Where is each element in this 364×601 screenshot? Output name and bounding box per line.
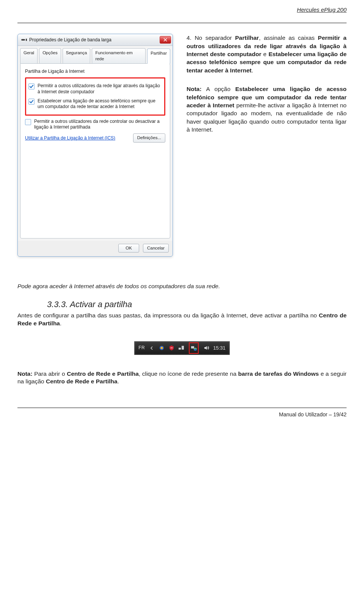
note-1: Nota: A opção Estabelecer uma ligação de…	[187, 85, 347, 133]
mid-paragraph: Pode agora aceder à Internet através de …	[17, 282, 347, 290]
checkbox-dialup[interactable]	[28, 99, 35, 105]
t: e	[261, 51, 268, 57]
tray-lang[interactable]: FR	[138, 345, 145, 351]
t: Nota:	[17, 370, 33, 377]
section-333-body: Antes de configurar a partilha das suas …	[17, 312, 347, 328]
page-footer: Manual do Utilizador – 19/42	[17, 411, 347, 418]
tab-strip: Geral Opções Segurança Funcionamento em …	[18, 46, 173, 63]
doc-header-title: Hercules ePlug 200	[17, 6, 347, 14]
security-icon[interactable]	[168, 345, 174, 351]
step-4-text: 4. No separador Partilhar, assinale as c…	[187, 34, 347, 74]
tray-time[interactable]: 15:31	[213, 345, 226, 351]
svg-rect-2	[179, 348, 181, 350]
section-num: 3.3.3.	[47, 300, 68, 309]
t: Centro de Rede e Partilha	[46, 378, 118, 384]
tab-seguranca[interactable]: Segurança	[63, 48, 91, 63]
note-2: Nota: Para abrir o Centro de Rede e Part…	[17, 370, 347, 386]
option-control-label: Permitir a outros utilizadores da rede c…	[34, 119, 165, 130]
volume-icon[interactable]	[203, 345, 209, 351]
checkbox-allow-others[interactable]	[28, 83, 35, 89]
t: Para abrir o	[33, 370, 67, 377]
cancel-button[interactable]: Cancelar	[143, 244, 169, 253]
header-rule	[17, 23, 347, 23]
system-tray: FR 15:31	[134, 341, 230, 355]
tab-partilhar[interactable]: Partilhar	[147, 49, 170, 64]
t: barra de tarefas do Windows	[238, 370, 319, 377]
t: , assinale as caixas	[259, 35, 318, 41]
t: A opção	[202, 86, 235, 92]
connection-icon	[21, 37, 27, 42]
t: .	[118, 378, 119, 384]
dialog-title: Propriedades de Ligação de banda larga	[29, 37, 157, 43]
svg-rect-4	[191, 346, 194, 348]
highlighted-options: Permitir a outros utilizadores da rede l…	[25, 77, 165, 115]
group-label: Partilha de Ligação à Internet	[25, 68, 165, 74]
footer-rule	[17, 408, 347, 408]
properties-dialog: Propriedades de Ligação de banda larga G…	[17, 34, 173, 257]
option-dialup-label: Estabelecer uma ligação de acesso telefó…	[38, 98, 162, 110]
t: .	[60, 320, 61, 326]
option-dialup: Estabelecer uma ligação de acesso telefó…	[28, 98, 162, 110]
ok-button[interactable]: OK	[118, 244, 139, 253]
dialog-footer: OK Cancelar	[18, 241, 173, 257]
section-333-heading: 3.3.3. Activar a partilha	[47, 299, 347, 310]
t: Antes de configurar a partilha das suas …	[17, 312, 319, 319]
update-icon[interactable]	[158, 345, 165, 351]
tab-opcoes[interactable]: Opções	[39, 48, 61, 63]
tab-body: Partilha de Ligação à Internet Permitir …	[20, 63, 170, 238]
close-button[interactable]	[160, 36, 171, 44]
t: , clique no ícone de rede presente na	[139, 370, 238, 377]
t: Centro de Rede e Partilha	[67, 370, 139, 377]
t: Partilhar	[235, 35, 259, 41]
t: 4. No separador	[187, 35, 235, 41]
svg-rect-3	[182, 346, 184, 350]
t: Nota:	[187, 86, 202, 92]
dialog-titlebar: Propriedades de Ligação de banda larga	[18, 34, 173, 46]
ics-link[interactable]: Utilizar a Partilha de Ligação à Interne…	[25, 135, 115, 141]
network-icon-highlighted[interactable]	[189, 342, 199, 354]
chevron-left-icon[interactable]	[149, 345, 155, 351]
section-title: Activar a partilha	[70, 300, 132, 309]
definitions-button[interactable]: Definições...	[133, 133, 165, 143]
device-icon[interactable]	[178, 345, 184, 351]
close-icon	[163, 38, 167, 42]
svg-rect-1	[160, 347, 163, 349]
option-control: Permitir a outros utilizadores da rede c…	[25, 119, 165, 130]
tab-geral[interactable]: Geral	[20, 48, 38, 63]
checkbox-control[interactable]	[25, 119, 31, 125]
option-allow-others-label: Permitir a outros utilizadores da rede l…	[38, 83, 162, 95]
option-allow-others: Permitir a outros utilizadores da rede l…	[28, 83, 162, 95]
t: .	[251, 67, 253, 74]
tab-funcionamento[interactable]: Funcionamento em rede	[92, 48, 146, 63]
network-icon	[191, 345, 197, 351]
